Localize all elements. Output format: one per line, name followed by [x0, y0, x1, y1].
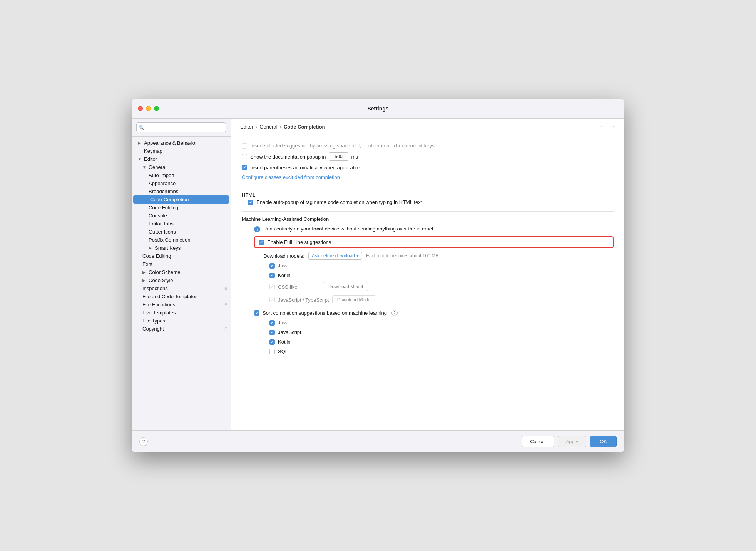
sidebar: 🔍 ▶ Appearance & Behavior Keymap ▼ [132, 119, 231, 430]
html-setting-checkbox[interactable] [248, 200, 253, 205]
dropdown-arrow-icon: ▾ [356, 253, 359, 259]
sidebar-item-label: Gutter Icons [149, 229, 227, 235]
sidebar-item-label: Editor [144, 156, 227, 162]
sidebar-item-inspections[interactable]: Inspections ⊟ [132, 284, 231, 292]
sidebar-item-label: Font [142, 261, 227, 267]
content-area: Editor › General › Code Completion ← → I… [231, 119, 624, 430]
sidebar-item-label: Inspections [142, 286, 224, 291]
sidebar-item-label: Auto Import [149, 172, 227, 178]
js-download-button[interactable]: Download Model [332, 295, 376, 304]
sidebar-item-label: Keymap [144, 148, 227, 154]
maximize-button[interactable] [154, 106, 159, 111]
sidebar-item-label: Code Folding [149, 205, 227, 210]
sidebar-item-label: Editor Tabs [149, 221, 227, 227]
info-icon: i [254, 226, 260, 232]
insert-suggestion-row: Insert selected suggestion by pressing s… [242, 143, 614, 149]
js-lang-row: JavaScript / TypeScript Download Model [269, 295, 614, 304]
search-input[interactable] [136, 122, 226, 132]
help-button[interactable]: ? [139, 437, 148, 446]
sidebar-item-code-editing[interactable]: Code Editing [132, 252, 231, 260]
chevron-icon: ▶ [142, 270, 147, 274]
insert-parens-checkbox[interactable] [242, 165, 247, 170]
breadcrumb-path: Editor › General › Code Completion [240, 124, 325, 130]
sort-javascript-checkbox[interactable] [269, 330, 275, 335]
kotlin-lang-checkbox[interactable] [269, 273, 275, 278]
js-lang-checkbox[interactable] [269, 297, 275, 302]
sidebar-item-label: Copyright [142, 326, 224, 332]
sidebar-item-smart-keys[interactable]: ▶ Smart Keys [132, 244, 231, 252]
chevron-icon: ▶ [142, 278, 147, 282]
chevron-icon: ▼ [142, 165, 147, 169]
settings-window: Settings 🔍 ▶ Appearance & Behavior K [132, 99, 624, 452]
sidebar-item-appearance-behavior[interactable]: ▶ Appearance & Behavior [132, 139, 231, 147]
close-button[interactable] [138, 106, 143, 111]
sidebar-item-keymap[interactable]: Keymap [132, 147, 231, 155]
model-size-hint: Each model requires about 100 MB [366, 253, 438, 259]
sort-sql-checkbox[interactable] [269, 349, 275, 354]
sidebar-item-appearance[interactable]: Appearance [132, 179, 231, 187]
breadcrumb-general: General [259, 124, 277, 130]
sort-javascript-label: JavaScript [278, 329, 301, 335]
sort-kotlin-checkbox[interactable] [269, 339, 275, 345]
sidebar-item-gutter-icons[interactable]: Gutter Icons [132, 228, 231, 236]
main-content: 🔍 ▶ Appearance & Behavior Keymap ▼ [132, 119, 624, 430]
sidebar-item-label: Smart Keys [155, 245, 227, 251]
show-doc-popup-checkbox[interactable] [242, 154, 247, 159]
sidebar-tree: ▶ Appearance & Behavior Keymap ▼ Editor … [132, 137, 231, 335]
enable-full-line-row: Enable Full Line suggestions [254, 236, 614, 248]
breadcrumb-sep-1: › [256, 124, 257, 130]
configure-link[interactable]: Configure classes excluded from completi… [242, 174, 340, 180]
ask-before-download-dropdown[interactable]: Ask before download ▾ [308, 252, 362, 260]
inspections-icon: ⊟ [224, 286, 227, 291]
forward-arrow[interactable]: → [609, 123, 615, 130]
sort-completion-checkbox[interactable] [254, 310, 259, 316]
sort-sql-row: SQL [269, 349, 614, 354]
sidebar-item-code-folding[interactable]: Code Folding [132, 204, 231, 212]
traffic-lights [138, 106, 159, 111]
sidebar-item-code-completion[interactable]: Code Completion [133, 195, 229, 204]
sidebar-item-file-types[interactable]: File Types [132, 317, 231, 325]
insert-suggestion-label: Insert selected suggestion by pressing s… [250, 143, 434, 149]
ml-info-row: i Runs entirely on your local device wit… [254, 226, 614, 232]
back-arrow[interactable]: ← [600, 123, 606, 130]
css-download-button[interactable]: Download Model [324, 282, 368, 291]
sidebar-item-label: Live Templates [142, 310, 227, 316]
titlebar: Settings [132, 99, 624, 119]
minimize-button[interactable] [146, 106, 151, 111]
java-lang-checkbox[interactable] [269, 263, 275, 269]
ms-input[interactable] [329, 152, 348, 161]
sidebar-item-editor[interactable]: ▼ Editor [132, 155, 231, 163]
css-lang-checkbox[interactable] [269, 284, 275, 289]
sidebar-item-code-style[interactable]: ▶ Code Style [132, 276, 231, 284]
sidebar-item-color-scheme[interactable]: ▶ Color Scheme [132, 268, 231, 276]
search-box: 🔍 [132, 119, 231, 137]
sidebar-item-copyright[interactable]: Copyright ⊟ [132, 325, 231, 333]
kotlin-lang-row: Kotlin [269, 272, 614, 278]
sidebar-item-live-templates[interactable]: Live Templates [132, 309, 231, 317]
settings-content: Insert selected suggestion by pressing s… [231, 135, 624, 430]
file-encodings-icon: ⊟ [224, 302, 227, 307]
sidebar-item-postfix-completion[interactable]: Postfix Completion [132, 236, 231, 244]
sidebar-item-console[interactable]: Console [132, 212, 231, 220]
sidebar-item-general[interactable]: ▼ General [132, 163, 231, 171]
cancel-button[interactable]: Cancel [522, 436, 554, 447]
sidebar-item-label: File Encodings [142, 302, 224, 307]
sidebar-item-font[interactable]: Font [132, 260, 231, 268]
show-doc-popup-label: Show the documentation popup in [250, 154, 326, 160]
sort-kotlin-row: Kotlin [269, 339, 614, 345]
enable-full-line-checkbox[interactable] [259, 240, 264, 245]
sidebar-item-auto-import[interactable]: Auto Import [132, 171, 231, 179]
apply-button[interactable]: Apply [558, 436, 587, 447]
js-lang-label: JavaScript / TypeScript [278, 297, 329, 303]
ok-button[interactable]: OK [590, 436, 617, 447]
insert-suggestion-checkbox[interactable] [242, 143, 247, 149]
sidebar-item-label: Postfix Completion [149, 237, 227, 243]
sidebar-item-editor-tabs[interactable]: Editor Tabs [132, 220, 231, 228]
sidebar-item-file-code-templates[interactable]: File and Code Templates [132, 292, 231, 301]
sidebar-item-breadcrumbs[interactable]: Breadcrumbs [132, 187, 231, 195]
sidebar-item-label: File Types [142, 318, 227, 324]
help-circle-icon: ? [391, 310, 398, 316]
sort-completion-row: Sort completion suggestions based on mac… [254, 310, 614, 316]
sidebar-item-file-encodings[interactable]: File Encodings ⊟ [132, 301, 231, 309]
sort-java-checkbox[interactable] [269, 320, 275, 326]
